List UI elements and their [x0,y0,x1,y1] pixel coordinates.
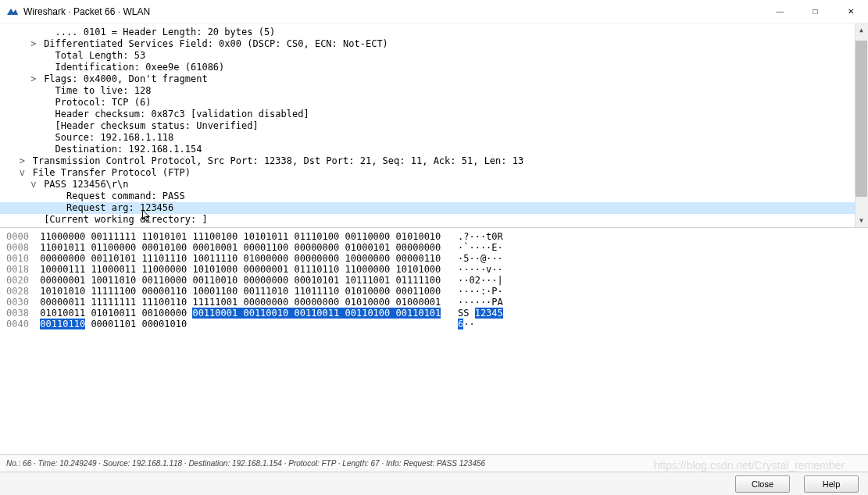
hex-row[interactable]: 0028 10101010 11111100 00000110 10001100… [6,286,862,297]
maximize-button[interactable]: □ [798,0,833,23]
expand-toggle [40,97,49,109]
expand-toggle [40,62,49,73]
minimize-button[interactable]: — [763,0,798,23]
hex-row[interactable]: 0040 00110110 00001101 00001010 6·· [6,319,862,329]
app-logo-icon [6,5,19,18]
detail-line[interactable]: .... 0101 = Header Length: 20 bytes (5) [0,27,868,38]
detail-line[interactable]: > Flags: 0x4000, Don't fragment [0,73,868,85]
expand-toggle [52,202,61,214]
detail-line[interactable]: Total Length: 53 [0,50,868,62]
hex-row[interactable]: 0000 11000000 00111111 11010101 11100100… [6,231,862,242]
expand-toggle [40,27,49,38]
dialog-footer: Close Help [0,472,868,495]
detail-line[interactable]: Request arg: 123456 [0,202,868,214]
title-bar: Wireshark · Packet 66 · WLAN — □ ✕ [0,0,868,23]
hex-row[interactable]: 0008 11001011 01100000 00010100 00010001… [6,242,862,253]
expand-toggle [40,120,49,132]
detail-line[interactable]: Request command: PASS [0,191,868,202]
hex-row[interactable]: 0030 00000011 11111111 11100110 11111001… [6,297,862,308]
status-bar: No.: 66 · Time: 10.249249 · Source: 192.… [0,454,868,472]
expand-toggle [40,109,49,120]
detail-line[interactable]: Time to live: 128 [0,85,868,97]
close-button[interactable]: Close [735,475,790,493]
close-window-button[interactable]: ✕ [833,0,868,23]
detail-line[interactable]: v PASS 123456\r\n [0,179,868,191]
expand-toggle[interactable]: v [17,167,27,179]
detail-line[interactable]: > Transmission Control Protocol, Src Por… [0,155,868,167]
detail-line[interactable]: v File Transfer Protocol (FTP) [0,167,868,179]
status-text: No.: 66 · Time: 10.249249 · Source: 192.… [6,459,485,468]
expand-toggle [40,132,49,144]
expand-toggle[interactable]: v [29,179,38,191]
expand-toggle [40,50,49,62]
hex-row[interactable]: 0038 01010011 01010011 00100000 00110001… [6,308,862,319]
expand-toggle[interactable]: > [17,155,27,167]
expand-toggle[interactable]: > [29,38,38,50]
expand-toggle [40,85,49,97]
window-title: Wireshark · Packet 66 · WLAN [23,6,763,17]
detail-line[interactable]: Identification: 0xee9e (61086) [0,62,868,73]
packet-bytes-pane[interactable]: 0000 11000000 00111111 11010101 11100100… [0,228,868,452]
detail-line[interactable]: [Current working directory: ] [0,214,868,226]
scroll-up-icon[interactable]: ▲ [855,23,868,37]
detail-line[interactable]: > Differentiated Services Field: 0x00 (D… [0,38,868,50]
expand-toggle [52,191,61,202]
hex-row[interactable]: 0010 00000000 00110101 11101110 10011110… [6,253,862,264]
hex-row[interactable]: 0020 00000001 10011010 00110000 00110010… [6,275,862,286]
expand-toggle [29,214,38,226]
scrollbar[interactable]: ▲▼ [855,23,868,227]
help-button[interactable]: Help [804,475,859,493]
packet-detail-pane[interactable]: .... 0101 = Header Length: 20 bytes (5) … [0,23,868,228]
hex-row[interactable]: 0018 10000111 11000011 11000000 10101000… [6,264,862,275]
scroll-down-icon[interactable]: ▼ [855,214,868,227]
detail-line[interactable]: Protocol: TCP (6) [0,97,868,109]
detail-line[interactable]: [Header checksum status: Unverified] [0,120,868,132]
detail-line[interactable]: Destination: 192.168.1.154 [0,144,868,155]
expand-toggle[interactable]: > [29,73,38,85]
detail-line[interactable]: Source: 192.168.1.118 [0,132,868,144]
expand-toggle [40,144,49,155]
scroll-thumb[interactable] [855,41,867,197]
detail-line[interactable]: Header checksum: 0x87c3 [validation disa… [0,109,868,120]
